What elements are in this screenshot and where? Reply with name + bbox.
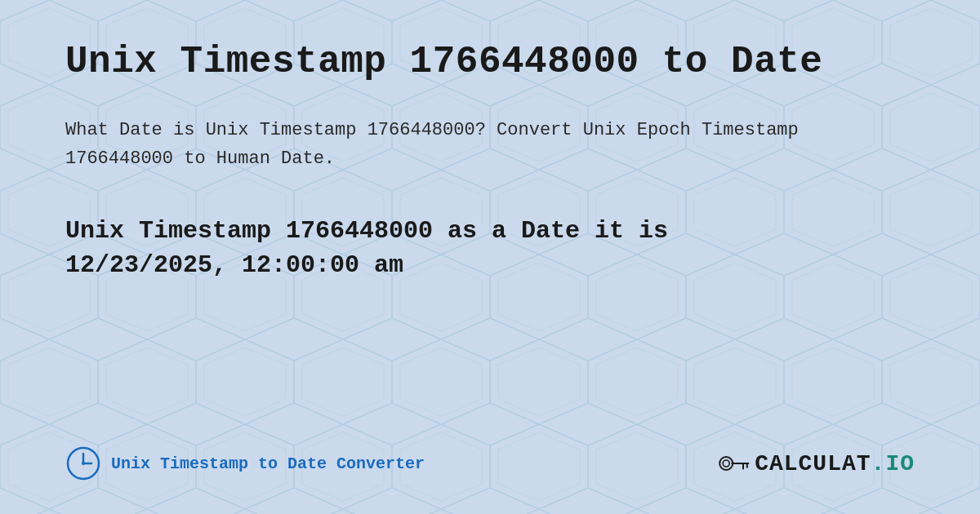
main-content: Unix Timestamp 1766448000 to Date What D… [0, 0, 980, 514]
logo-icon [717, 450, 750, 477]
result-text: Unix Timestamp 1766448000 as a Date it i… [65, 214, 915, 282]
calculat-logo: CALCULAT.IO [717, 450, 915, 477]
footer-left: Unix Timestamp to Date Converter [65, 445, 425, 481]
logo-text-suffix: .IO [871, 451, 915, 476]
logo-text-main: CALCULAT [755, 451, 871, 476]
page-title: Unix Timestamp 1766448000 to Date [65, 41, 915, 83]
result-block: Unix Timestamp 1766448000 as a Date it i… [65, 214, 915, 282]
svg-point-8 [719, 457, 733, 470]
result-line2: 12/23/2025, 12:00:00 am [65, 251, 403, 279]
logo-text: CALCULAT.IO [755, 451, 915, 476]
svg-point-9 [723, 460, 729, 467]
svg-point-7 [82, 462, 85, 465]
description-text: What Date is Unix Timestamp 1766448000? … [65, 116, 800, 173]
footer: Unix Timestamp to Date Converter CALCULA… [65, 445, 915, 481]
footer-link[interactable]: Unix Timestamp to Date Converter [111, 454, 425, 473]
result-line1: Unix Timestamp 1766448000 as a Date it i… [65, 217, 668, 245]
clock-icon [65, 445, 101, 481]
